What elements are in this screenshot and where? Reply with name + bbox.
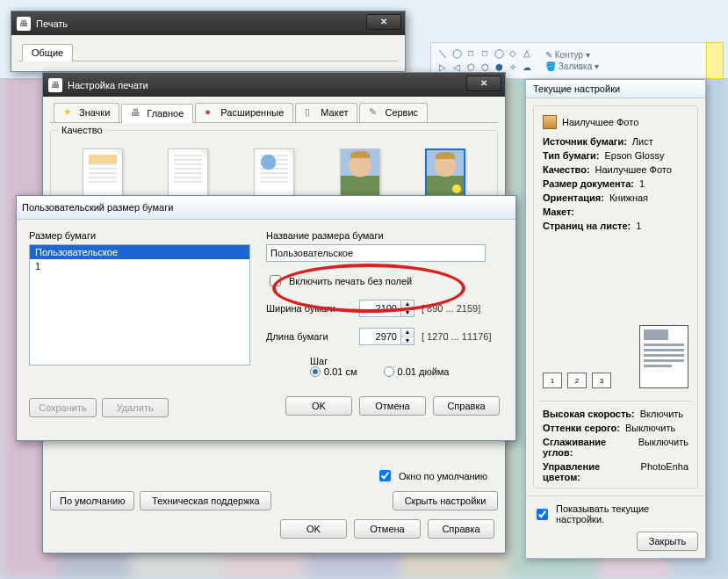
quality-option-textimage[interactable] (254, 148, 294, 198)
close-button[interactable]: Закрыть (637, 532, 698, 551)
height-spinner[interactable]: ▲▼ (359, 328, 414, 345)
default-window-label: Окно по умолчанию (399, 471, 487, 481)
layout-icon: ▯ (305, 106, 317, 119)
help-button[interactable]: Справка (428, 519, 494, 539)
shape-gallery[interactable]: ＼◯□□◯◇△ ▷◁⬠⬡⬢✧☁ (436, 47, 533, 74)
show-settings-label: Показывать текущие настройки. (556, 503, 698, 525)
spin-down-icon[interactable]: ▼ (401, 308, 414, 316)
radio-off-icon (384, 366, 394, 377)
custom-paper-dialog: Пользовательский размер бумаги Размер бу… (16, 195, 516, 441)
spin-up-icon[interactable]: ▲ (401, 300, 414, 308)
printer-icon: 🖶 (17, 17, 31, 31)
setup-title: Настройка печати (68, 80, 148, 90)
kv-gray-k: Оттенки серого: (543, 423, 620, 433)
tab-general[interactable]: Общие (22, 44, 73, 62)
tab-advanced[interactable]: ●Расширенные (195, 103, 293, 122)
step-cm-label: 0.01 см (324, 366, 357, 377)
kv-docsize-v: 1 (639, 178, 645, 189)
show-settings-checkbox[interactable]: Показывать текущие настройки. (533, 503, 698, 525)
photo-icon (543, 115, 557, 129)
kv-quality-v: Наилучшее Фото (595, 164, 672, 175)
list-item[interactable]: 1 (30, 259, 249, 273)
hide-settings-button[interactable]: Скрыть настройки (393, 491, 498, 510)
kv-type-v: Epson Glossy (605, 150, 665, 161)
height-input[interactable] (359, 328, 401, 345)
tab-icons[interactable]: ★Значки (54, 103, 119, 122)
kv-pps-k: Страниц на листе: (543, 221, 631, 231)
tab-service[interactable]: ✎Сервис (359, 103, 428, 122)
kv-orient-k: Ориентация: (543, 192, 604, 203)
size-listbox[interactable]: Пользовательское1 (29, 244, 250, 365)
kv-smooth-v: Выключить (638, 437, 688, 458)
borderless-input[interactable] (270, 275, 281, 286)
cancel-button[interactable]: Отмена (354, 519, 421, 539)
help-button[interactable]: Справка (433, 396, 500, 416)
print-dialog-title: Печать (36, 18, 68, 29)
quality-label: Качество (58, 125, 106, 135)
width-label: Ширина бумаги (266, 303, 352, 314)
kv-color-k: Управление цветом: (543, 461, 636, 482)
width-spinner[interactable]: ▲▼ (359, 300, 414, 317)
kv-source-k: Источник бумаги: (543, 136, 627, 147)
current-settings-panel: Текущие настройки Наилучшее Фото Источни… (525, 79, 706, 559)
profile-name: Наилучшее Фото (562, 117, 638, 127)
step-inch-radio[interactable]: 0.01 дюйма (384, 366, 450, 377)
width-range: [ 890 ... 2159] (422, 303, 480, 314)
kv-orient-v: Книжная (609, 192, 648, 203)
borderless-label: Включить печать без полей (289, 276, 412, 286)
quality-option-draft[interactable] (83, 148, 123, 198)
print-tabs: Общие (18, 42, 398, 62)
height-label: Длина бумаги (266, 331, 352, 342)
size-list-label: Размер бумаги (29, 230, 250, 241)
step-cm-radio[interactable]: 0.01 см (310, 366, 357, 377)
star-icon: ★ (63, 106, 76, 119)
ribbon-fill[interactable]: 🪣 Заливка ▾ (545, 62, 599, 71)
setup-tabs: ★Значки 🖶Главное ●Расширенные ▯Макет ✎Се… (50, 104, 498, 123)
borderless-checkbox[interactable]: Включить печать без полей (266, 272, 503, 289)
tab-layout[interactable]: ▯Макет (295, 103, 357, 122)
ok-button[interactable]: OK (285, 396, 352, 416)
ok-button[interactable]: OK (280, 519, 347, 539)
kv-quality-k: Качество: (543, 164, 590, 175)
page-preview (639, 325, 688, 388)
support-button[interactable]: Техническая поддержка (140, 491, 271, 510)
kv-type-k: Тип бумаги: (543, 150, 600, 161)
name-label: Название размера бумаги (266, 230, 503, 241)
wrench-icon: ✎ (369, 106, 381, 119)
kv-color-v: PhotoEnha (641, 461, 688, 482)
current-settings-title: Текущие настройки (526, 80, 705, 98)
kv-docsize-k: Размер документа: (543, 178, 634, 189)
printer-icon: 🖶 (131, 107, 143, 119)
show-settings-input[interactable] (537, 509, 548, 520)
default-window-checkbox[interactable]: Окно по умолчанию (50, 467, 498, 484)
kv-gray-v: Выключить (625, 423, 675, 433)
kv-smooth-k: Сглаживание углов: (543, 437, 633, 458)
print-dialog: 🖶 Печать ✕ Общие (11, 11, 406, 72)
default-window-input[interactable] (379, 470, 391, 481)
tab-main[interactable]: 🖶Главное (121, 104, 193, 123)
radio-on-icon (310, 366, 321, 377)
quality-option-text[interactable] (168, 148, 208, 198)
save-button[interactable]: Сохранить (29, 398, 97, 417)
cancel-button[interactable]: Отмена (359, 396, 426, 416)
delete-button[interactable]: Удалить (102, 398, 169, 417)
kv-source-v: Лист (632, 136, 653, 147)
spin-up-icon[interactable]: ▲ (401, 329, 414, 337)
kv-speed-v: Включить (640, 409, 683, 419)
led-icon: ● (205, 106, 217, 119)
printer-icon: 🖶 (48, 78, 62, 92)
width-input[interactable] (359, 300, 401, 317)
close-icon[interactable]: ✕ (466, 76, 501, 91)
close-icon[interactable]: ✕ (366, 14, 401, 30)
quality-option-bestphoto[interactable] (425, 148, 465, 198)
name-input[interactable] (266, 244, 486, 262)
list-item[interactable]: Пользовательское (30, 245, 249, 259)
ribbon-yellow-chunk (706, 42, 724, 79)
defaults-button[interactable]: По умолчанию (50, 491, 134, 510)
kv-layout-k: Макет: (543, 206, 574, 217)
quality-option-photo[interactable] (340, 148, 380, 198)
spin-down-icon[interactable]: ▼ (401, 337, 414, 344)
kv-speed-k: Высокая скорость: (543, 409, 635, 419)
ribbon-outline[interactable]: ✎ Контур ▾ (545, 50, 599, 60)
envelope-icon-3: 3 (592, 373, 611, 388)
